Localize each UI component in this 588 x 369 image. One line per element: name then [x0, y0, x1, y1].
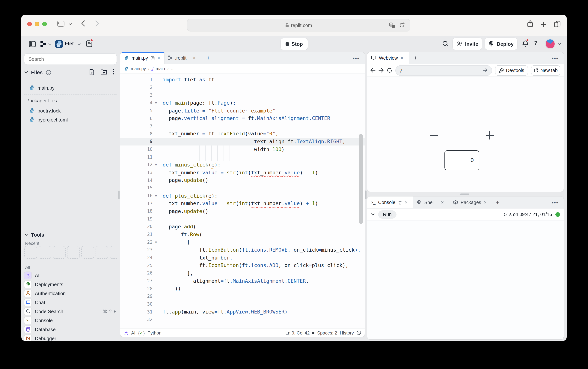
sidebar-item-console[interactable]: >_ Console	[24, 316, 117, 325]
avatar[interactable]	[546, 39, 555, 48]
code-line[interactable]: 4vdef main(page: ft.Page):	[120, 99, 365, 107]
plus-button-vertical[interactable]	[489, 132, 490, 140]
trash-icon[interactable]	[398, 200, 402, 205]
tab-replit[interactable]: .replit ×	[165, 52, 202, 64]
code-line[interactable]: 7	[120, 122, 365, 130]
invite-button[interactable]: Invite	[453, 38, 482, 50]
address-bar[interactable]: replit.com A	[187, 19, 410, 31]
tabs-overview-icon[interactable]	[554, 21, 561, 27]
new-webview-tab-icon[interactable]: +	[409, 52, 422, 64]
chevron-down-icon[interactable]	[78, 43, 81, 46]
tab-shell[interactable]: Shell ×	[413, 196, 449, 208]
collapse-sidebar-icon[interactable]	[29, 41, 36, 47]
code-line[interactable]: 27 alignment=ft.MainAxisAlignment.CENTER…	[120, 277, 365, 285]
code-line[interactable]: 6 page.vertical_alignment = ft.MainAxisA…	[120, 114, 365, 122]
bell-icon[interactable]	[522, 40, 529, 47]
sidebar-search-input[interactable]	[24, 54, 117, 64]
sidebar-item-code-search[interactable]: Code Search ⌘ ⇧ F	[24, 307, 117, 316]
code-line[interactable]: 17 txt_number.value = str(int(txt_number…	[120, 200, 365, 207]
code-line[interactable]: 31ft.app(main, view=ft.AppView.WEB_BROWS…	[120, 308, 365, 316]
code-line[interactable]: 12vdef minus_click(e):	[120, 161, 365, 169]
fold-chevron-icon[interactable]: v	[152, 240, 163, 244]
cursor-position[interactable]: Ln 9, Col 42	[285, 330, 309, 335]
code-line[interactable]: 28 ))	[120, 285, 365, 293]
project-title[interactable]: Flet	[65, 41, 74, 47]
editor-options-icon[interactable]: •••	[348, 52, 365, 64]
chevron-down-icon[interactable]	[69, 23, 72, 25]
tab-mainpy[interactable]: main.py ×	[120, 52, 165, 64]
replit-logo[interactable]	[40, 41, 46, 47]
close-window-button[interactable]	[27, 22, 32, 26]
close-icon[interactable]: ×	[441, 199, 444, 205]
forward-icon[interactable]	[379, 68, 384, 73]
new-folder-icon[interactable]	[100, 69, 107, 75]
reload-icon[interactable]	[387, 68, 392, 73]
code-line[interactable]: 1import flet as ft	[120, 76, 365, 83]
code-line[interactable]: 19	[120, 215, 365, 223]
new-editor-tab-icon[interactable]: +	[202, 52, 215, 64]
code-line[interactable]: 16vdef plus_click(e):	[120, 192, 365, 199]
code-line[interactable]: 10 width=100)	[120, 145, 365, 153]
tools-header-row[interactable]: Tools	[24, 231, 117, 239]
open-new-tab-button[interactable]: New tab	[531, 65, 560, 76]
code-line[interactable]: 5 page.title = "Flet counter example"	[120, 107, 365, 114]
run-command-pill[interactable]: Run	[378, 210, 397, 218]
fold-chevron-icon[interactable]: v	[152, 194, 163, 198]
tab-webview[interactable]: Webview ×	[367, 52, 409, 64]
code-line[interactable]: 15	[120, 184, 365, 192]
close-icon[interactable]: ×	[193, 55, 196, 61]
close-icon[interactable]: ×	[484, 199, 487, 205]
status-spaces[interactable]: Spaces: 2	[317, 330, 337, 335]
breadcrumb-file[interactable]: main.py	[131, 66, 146, 71]
code-line[interactable]: 22v [	[120, 238, 365, 246]
code-editor[interactable]: 1import flet as ft234vdef main(page: ft.…	[120, 73, 365, 328]
minimize-window-button[interactable]	[35, 22, 39, 26]
console-options-icon[interactable]: •••	[547, 196, 564, 208]
code-line[interactable]: 32	[120, 316, 365, 323]
breadcrumb-more[interactable]: ...	[171, 66, 174, 71]
sidebar-resize-handle[interactable]	[118, 191, 120, 199]
console-resize-handle[interactable]	[460, 194, 469, 195]
back-icon[interactable]	[81, 20, 85, 27]
back-icon[interactable]	[370, 68, 376, 73]
code-line[interactable]: 26 ],	[120, 269, 365, 277]
forward-icon[interactable]	[95, 20, 99, 27]
editor-scrollbar[interactable]	[359, 134, 363, 224]
deploy-button[interactable]: Deploy	[485, 38, 517, 50]
code-line[interactable]: 9 text_align=ft.TextAlign.RIGHT,	[120, 138, 365, 145]
chevron-down-icon[interactable]	[48, 43, 51, 46]
sidebar-item-debugger[interactable]: Debugger	[24, 334, 117, 341]
sidebar-item-authentication[interactable]: Authentication	[24, 289, 117, 298]
status-language[interactable]: Python	[148, 330, 161, 335]
close-icon[interactable]: ×	[400, 55, 403, 61]
code-line[interactable]: 24 txt_number,	[120, 254, 365, 261]
code-line[interactable]: 23 ft.IconButton(ft.icons.REMOVE, on_cli…	[120, 246, 365, 254]
tab-packages[interactable]: Packages ×	[449, 196, 491, 208]
code-line[interactable]: 20 page.add(	[120, 223, 365, 230]
share-icon[interactable]	[527, 20, 533, 27]
reload-icon[interactable]	[399, 22, 405, 28]
code-line[interactable]: 25 ft.IconButton(ft.icons.ADD, on_click=…	[120, 262, 365, 269]
stop-button[interactable]: Stop	[281, 38, 308, 50]
code-line[interactable]: 2	[120, 83, 365, 91]
fold-chevron-icon[interactable]: v	[152, 101, 163, 105]
file-item-mainpy[interactable]: main.py	[24, 84, 117, 92]
chevron-down-icon[interactable]	[558, 43, 561, 45]
code-line[interactable]: 8 txt_number = ft.TextField(value="0",	[120, 130, 365, 138]
help-icon[interactable]: ?	[534, 40, 538, 47]
sidebar-item-deployments[interactable]: Deployments	[24, 280, 117, 289]
code-line[interactable]: 29	[120, 293, 365, 300]
status-ai[interactable]: AI	[131, 330, 135, 335]
sidebar-item-database[interactable]: Database	[24, 325, 117, 334]
browser-sidebar-icon[interactable]	[57, 21, 64, 27]
history-panel-icon[interactable]	[86, 40, 93, 47]
go-arrow-icon[interactable]	[483, 68, 488, 72]
webview-options-icon[interactable]: •••	[547, 52, 564, 64]
webview-address-bar[interactable]: /	[395, 65, 492, 76]
code-line[interactable]: 13 txt_number.value = str(int(txt_number…	[120, 169, 365, 176]
file-item-poetry[interactable]: poetry.lock	[24, 106, 117, 115]
code-line[interactable]: 14 page.update()	[120, 176, 365, 184]
counter-textfield[interactable]: 0	[444, 150, 479, 170]
close-icon[interactable]: ×	[405, 199, 408, 205]
breadcrumb-symbol[interactable]: main	[156, 66, 165, 71]
